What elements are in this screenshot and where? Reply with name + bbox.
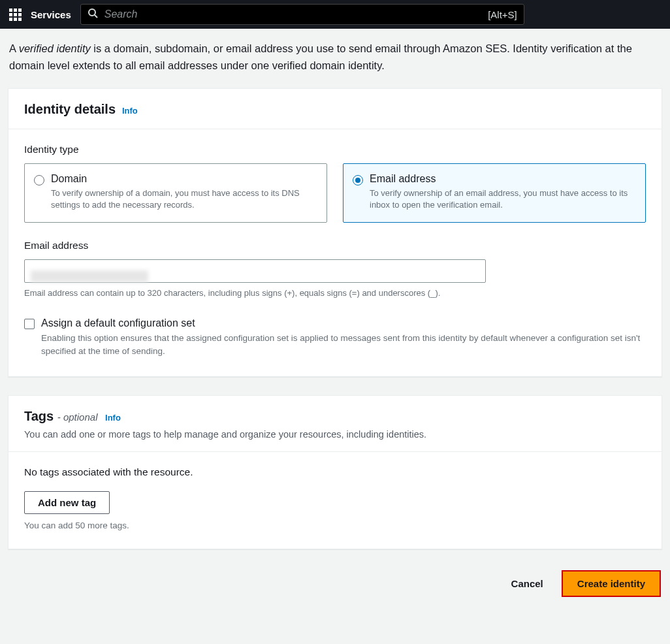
identity-type-label: Identity type (24, 144, 646, 155)
create-identity-button[interactable]: Create identity (562, 570, 661, 597)
tags-desc: You can add one or more tags to help man… (24, 429, 646, 440)
services-menu[interactable]: Services (31, 9, 71, 20)
domain-option-title: Domain (51, 173, 316, 185)
assign-config-checkbox[interactable] (24, 319, 35, 329)
cancel-button[interactable]: Cancel (505, 573, 550, 594)
tags-limit-hint: You can add 50 more tags. (24, 521, 646, 530)
top-nav: Services [Alt+S] (0, 0, 670, 29)
search-shortcut: [Alt+S] (488, 9, 517, 20)
tags-info-link[interactable]: Info (105, 413, 121, 423)
radio-checked-icon (353, 175, 363, 185)
svg-point-0 (89, 9, 95, 16)
apps-grid-icon[interactable] (9, 8, 22, 21)
email-hint: Email address can contain up to 320 char… (24, 288, 646, 298)
search-input[interactable] (104, 8, 481, 20)
identity-details-title: Identity details (24, 102, 116, 116)
tags-title: Tags - optional (24, 409, 101, 423)
email-option-title: Email address (370, 173, 635, 185)
email-option-desc: To verify ownership of an email address,… (370, 187, 635, 211)
identity-type-domain-tile[interactable]: Domain To verify ownership of a domain, … (24, 163, 327, 222)
tags-empty-text: No tags associated with the resource. (24, 466, 646, 478)
search-icon (88, 8, 98, 21)
search-box[interactable]: [Alt+S] (80, 4, 524, 25)
domain-option-desc: To verify ownership of a domain, you mus… (51, 187, 316, 211)
identity-info-link[interactable]: Info (122, 106, 138, 116)
assign-config-desc: Enabling this option ensures that the as… (41, 332, 646, 359)
tags-panel: Tags - optional Info You can add one or … (8, 395, 662, 549)
redacted-content (31, 270, 148, 282)
assign-config-label: Assign a default configuration set (41, 317, 646, 329)
email-field-label: Email address (24, 240, 646, 251)
identity-type-email-tile[interactable]: Email address To verify ownership of an … (343, 163, 646, 222)
svg-line-1 (95, 15, 97, 18)
footer-actions: Cancel Create identity (8, 568, 662, 597)
identity-details-panel: Identity details Info Identity type Doma… (8, 88, 662, 377)
radio-icon (34, 175, 44, 185)
add-new-tag-button[interactable]: Add new tag (24, 491, 110, 514)
page-intro: A verified identity is a domain, subdoma… (8, 29, 662, 88)
